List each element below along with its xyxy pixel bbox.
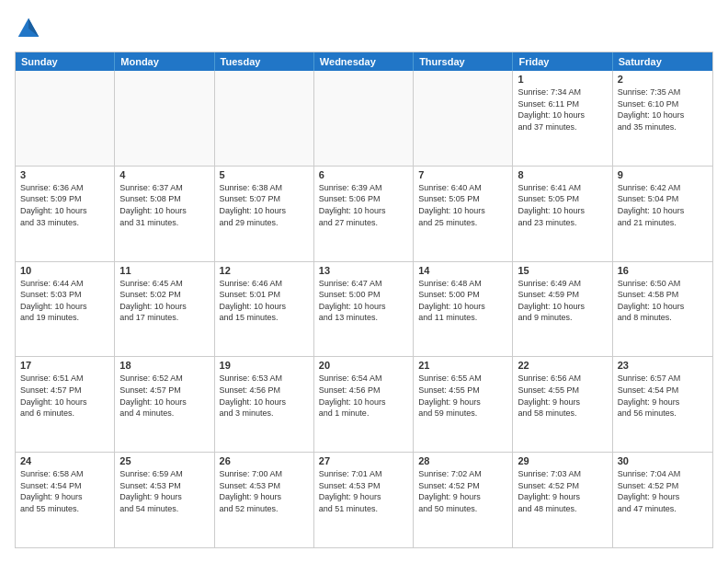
cell-details: Sunrise: 7:02 AMSunset: 4:52 PMDaylight:… [418, 468, 507, 514]
day-number: 24 [20, 455, 109, 466]
cell-details: Sunrise: 6:47 AMSunset: 5:00 PMDaylight:… [319, 278, 408, 324]
day-number: 19 [220, 360, 309, 371]
calendar-cell: 20Sunrise: 6:54 AMSunset: 4:56 PMDayligh… [314, 357, 414, 452]
calendar-cell: 10Sunrise: 6:44 AMSunset: 5:03 PMDayligh… [16, 262, 115, 357]
calendar-cell: 7Sunrise: 6:40 AMSunset: 5:05 PMDaylight… [414, 167, 513, 261]
calendar-row: 17Sunrise: 6:51 AMSunset: 4:57 PMDayligh… [16, 356, 712, 452]
calendar-cell: 26Sunrise: 7:00 AMSunset: 4:53 PMDayligh… [215, 453, 314, 547]
cell-details: Sunrise: 6:42 AMSunset: 5:04 PMDaylight:… [618, 182, 708, 228]
day-number: 10 [20, 265, 109, 276]
cell-details: Sunrise: 6:57 AMSunset: 4:54 PMDaylight:… [618, 373, 708, 419]
calendar-cell: 1Sunrise: 7:34 AMSunset: 6:11 PMDaylight… [513, 71, 612, 166]
cell-details: Sunrise: 6:41 AMSunset: 5:05 PMDaylight:… [518, 182, 607, 228]
cell-details: Sunrise: 6:54 AMSunset: 4:56 PMDaylight:… [319, 373, 408, 419]
calendar-cell: 25Sunrise: 6:59 AMSunset: 4:53 PMDayligh… [115, 453, 214, 547]
calendar-cell [414, 71, 513, 166]
calendar-cell: 14Sunrise: 6:48 AMSunset: 5:00 PMDayligh… [414, 262, 513, 357]
cell-details: Sunrise: 7:34 AMSunset: 6:11 PMDaylight:… [518, 86, 607, 132]
cell-details: Sunrise: 6:51 AMSunset: 4:57 PMDaylight:… [20, 373, 109, 419]
weekday-header-thursday: Thursday [414, 52, 513, 71]
calendar-header: SundayMondayTuesdayWednesdayThursdayFrid… [16, 52, 712, 71]
weekday-header-tuesday: Tuesday [215, 52, 314, 71]
day-number: 4 [119, 169, 209, 180]
cell-details: Sunrise: 7:04 AMSunset: 4:52 PMDaylight:… [618, 468, 708, 514]
day-number: 13 [319, 265, 408, 276]
day-number: 16 [618, 265, 708, 276]
calendar-cell: 12Sunrise: 6:46 AMSunset: 5:01 PMDayligh… [215, 262, 314, 357]
day-number: 12 [220, 265, 309, 276]
calendar-cell: 4Sunrise: 6:37 AMSunset: 5:08 PMDaylight… [115, 167, 214, 261]
calendar-cell: 6Sunrise: 6:39 AMSunset: 5:06 PMDaylight… [314, 167, 414, 261]
day-number: 30 [618, 455, 708, 466]
calendar-cell: 30Sunrise: 7:04 AMSunset: 4:52 PMDayligh… [613, 453, 712, 547]
calendar-cell: 2Sunrise: 7:35 AMSunset: 6:10 PMDaylight… [613, 71, 712, 166]
cell-details: Sunrise: 6:44 AMSunset: 5:03 PMDaylight:… [20, 278, 109, 324]
cell-details: Sunrise: 6:56 AMSunset: 4:55 PMDaylight:… [518, 373, 607, 419]
calendar-cell: 15Sunrise: 6:49 AMSunset: 4:59 PMDayligh… [513, 262, 612, 357]
day-number: 22 [518, 360, 607, 371]
day-number: 7 [418, 169, 507, 180]
calendar-row: 24Sunrise: 6:58 AMSunset: 4:54 PMDayligh… [16, 452, 712, 547]
cell-details: Sunrise: 6:40 AMSunset: 5:05 PMDaylight:… [418, 182, 507, 228]
weekday-header-saturday: Saturday [613, 52, 712, 71]
cell-details: Sunrise: 6:52 AMSunset: 4:57 PMDaylight:… [119, 373, 209, 419]
cell-details: Sunrise: 7:35 AMSunset: 6:10 PMDaylight:… [618, 86, 708, 132]
calendar-row: 10Sunrise: 6:44 AMSunset: 5:03 PMDayligh… [16, 261, 712, 357]
cell-details: Sunrise: 6:48 AMSunset: 5:00 PMDaylight:… [418, 278, 507, 324]
calendar-cell [16, 71, 115, 166]
weekday-header-friday: Friday [513, 52, 612, 71]
cell-details: Sunrise: 7:03 AMSunset: 4:52 PMDaylight:… [518, 468, 607, 514]
logo [15, 15, 46, 42]
day-number: 6 [319, 169, 408, 180]
header [15, 15, 713, 42]
calendar-cell: 21Sunrise: 6:55 AMSunset: 4:55 PMDayligh… [414, 357, 513, 452]
calendar-cell: 5Sunrise: 6:38 AMSunset: 5:07 PMDaylight… [215, 167, 314, 261]
calendar-body: 1Sunrise: 7:34 AMSunset: 6:11 PMDaylight… [16, 71, 712, 547]
day-number: 18 [119, 360, 209, 371]
cell-details: Sunrise: 6:46 AMSunset: 5:01 PMDaylight:… [220, 278, 309, 324]
day-number: 17 [20, 360, 109, 371]
page: SundayMondayTuesdayWednesdayThursdayFrid… [0, 0, 728, 563]
weekday-header-wednesday: Wednesday [314, 52, 414, 71]
day-number: 8 [518, 169, 607, 180]
day-number: 25 [119, 455, 209, 466]
calendar-cell: 18Sunrise: 6:52 AMSunset: 4:57 PMDayligh… [115, 357, 214, 452]
calendar-cell: 28Sunrise: 7:02 AMSunset: 4:52 PMDayligh… [414, 453, 513, 547]
cell-details: Sunrise: 6:55 AMSunset: 4:55 PMDaylight:… [418, 373, 507, 419]
calendar-cell: 13Sunrise: 6:47 AMSunset: 5:00 PMDayligh… [314, 262, 414, 357]
calendar-cell: 24Sunrise: 6:58 AMSunset: 4:54 PMDayligh… [16, 453, 115, 547]
cell-details: Sunrise: 6:50 AMSunset: 4:58 PMDaylight:… [618, 278, 708, 324]
day-number: 14 [418, 265, 507, 276]
calendar-cell: 22Sunrise: 6:56 AMSunset: 4:55 PMDayligh… [513, 357, 612, 452]
calendar-cell: 3Sunrise: 6:36 AMSunset: 5:09 PMDaylight… [16, 167, 115, 261]
calendar-cell: 23Sunrise: 6:57 AMSunset: 4:54 PMDayligh… [613, 357, 712, 452]
calendar-cell: 11Sunrise: 6:45 AMSunset: 5:02 PMDayligh… [115, 262, 214, 357]
day-number: 21 [418, 360, 507, 371]
calendar-cell: 9Sunrise: 6:42 AMSunset: 5:04 PMDaylight… [613, 167, 712, 261]
cell-details: Sunrise: 6:59 AMSunset: 4:53 PMDaylight:… [119, 468, 209, 514]
calendar-cell: 16Sunrise: 6:50 AMSunset: 4:58 PMDayligh… [613, 262, 712, 357]
day-number: 29 [518, 455, 607, 466]
cell-details: Sunrise: 6:39 AMSunset: 5:06 PMDaylight:… [319, 182, 408, 228]
calendar-row: 3Sunrise: 6:36 AMSunset: 5:09 PMDaylight… [16, 166, 712, 261]
calendar-cell: 29Sunrise: 7:03 AMSunset: 4:52 PMDayligh… [513, 453, 612, 547]
calendar-cell: 8Sunrise: 6:41 AMSunset: 5:05 PMDaylight… [513, 167, 612, 261]
cell-details: Sunrise: 6:49 AMSunset: 4:59 PMDaylight:… [518, 278, 607, 324]
calendar-cell [215, 71, 314, 166]
cell-details: Sunrise: 6:58 AMSunset: 4:54 PMDaylight:… [20, 468, 109, 514]
logo-icon [15, 15, 42, 42]
cell-details: Sunrise: 6:36 AMSunset: 5:09 PMDaylight:… [20, 182, 109, 228]
cell-details: Sunrise: 7:01 AMSunset: 4:53 PMDaylight:… [319, 468, 408, 514]
calendar-cell [115, 71, 214, 166]
cell-details: Sunrise: 6:38 AMSunset: 5:07 PMDaylight:… [220, 182, 309, 228]
day-number: 2 [618, 74, 708, 85]
day-number: 23 [618, 360, 708, 371]
calendar: SundayMondayTuesdayWednesdayThursdayFrid… [15, 52, 713, 548]
calendar-cell: 17Sunrise: 6:51 AMSunset: 4:57 PMDayligh… [16, 357, 115, 452]
day-number: 1 [518, 74, 607, 85]
calendar-cell: 19Sunrise: 6:53 AMSunset: 4:56 PMDayligh… [215, 357, 314, 452]
cell-details: Sunrise: 6:45 AMSunset: 5:02 PMDaylight:… [119, 278, 209, 324]
calendar-row: 1Sunrise: 7:34 AMSunset: 6:11 PMDaylight… [16, 71, 712, 166]
day-number: 3 [20, 169, 109, 180]
day-number: 15 [518, 265, 607, 276]
